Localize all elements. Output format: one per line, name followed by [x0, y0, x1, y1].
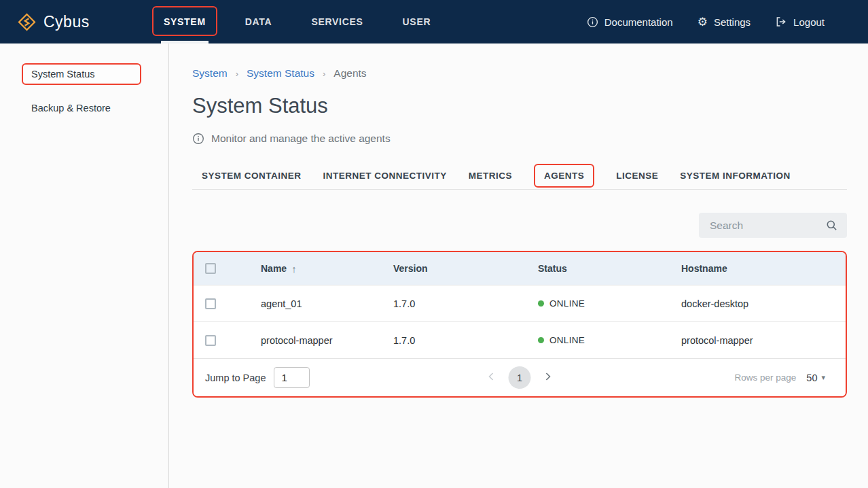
nav-item-system-label: SYSTEM [164, 16, 206, 27]
row-checkbox[interactable] [205, 335, 216, 346]
tab-agents[interactable]: AGENTS [534, 164, 594, 188]
breadcrumb-system[interactable]: System [192, 67, 228, 80]
jump-to-page-label: Jump to Page [205, 372, 266, 383]
rows-per-page-select[interactable]: Rows per page 50 ▾ [735, 372, 825, 383]
table-header-row: Name ↑ Version Status Hostname [194, 252, 846, 285]
brand[interactable]: Cybus [0, 13, 152, 31]
table-toolbar [192, 213, 847, 238]
column-header-hostname[interactable]: Hostname [681, 263, 846, 274]
nav-item-system[interactable]: SYSTEM [152, 0, 217, 43]
chevron-right-icon [541, 370, 555, 385]
previous-page-button[interactable] [485, 370, 499, 385]
info-icon [587, 16, 598, 28]
row-checkbox[interactable] [205, 298, 216, 309]
tab-license[interactable]: LICENSE [616, 164, 658, 188]
search-icon[interactable] [825, 219, 838, 232]
main-nav: SYSTEM DATA SERVICES USER [152, 0, 458, 43]
tab-internet-connectivity[interactable]: INTERNET CONNECTIVITY [323, 164, 447, 188]
cell-name: protocol-mapper [261, 335, 393, 346]
status-label: ONLINE [549, 335, 585, 345]
caret-down-icon: ▾ [821, 373, 825, 382]
breadcrumb-separator-icon: › [323, 69, 325, 79]
row-checkbox-cell [194, 298, 261, 309]
sort-asc-arrow-icon: ↑ [291, 263, 297, 275]
main-content: System › System Status › Agents System S… [169, 43, 868, 488]
cybus-logo-icon [18, 13, 36, 31]
table-footer: Jump to Page 1 [194, 358, 846, 396]
online-status-dot-icon [538, 300, 544, 307]
nav-item-data-label: DATA [245, 16, 272, 27]
tab-metrics[interactable]: METRICS [469, 164, 512, 188]
breadcrumb: System › System Status › Agents [192, 67, 847, 80]
info-icon [192, 133, 204, 145]
cell-name: agent_01 [261, 298, 393, 309]
row-checkbox-cell [194, 335, 261, 346]
sidebar-item-backup-restore[interactable]: Backup & Restore [22, 97, 141, 119]
nav-item-services-label: SERVICES [311, 16, 363, 27]
table-row[interactable]: agent_01 1.7.0 ONLINE docker-desktop [194, 285, 846, 321]
page-subtitle-text: Monitor and manage the active agents [211, 133, 391, 145]
tab-system-information[interactable]: SYSTEM INFORMATION [680, 164, 791, 188]
logout-icon [775, 16, 787, 28]
top-navbar: Cybus SYSTEM DATA SERVICES USER Document… [0, 0, 868, 43]
rows-per-page-label: Rows per page [735, 372, 797, 383]
pager: 1 [485, 366, 555, 389]
table-row[interactable]: protocol-mapper 1.7.0 ONLINE protocol-ma… [194, 321, 846, 358]
column-header-name-label: Name [261, 263, 287, 274]
nav-item-user-label: USER [403, 16, 431, 27]
breadcrumb-separator-icon: › [236, 69, 238, 79]
column-header-version[interactable]: Version [393, 263, 538, 274]
cell-hostname: protocol-mapper [681, 335, 846, 346]
rows-per-page-value: 50 [806, 372, 817, 383]
agents-table: Name ↑ Version Status Hostname agent_01 … [192, 251, 847, 398]
settings-button[interactable]: ⚙ Settings [698, 16, 751, 28]
navbar-actions: Documentation ⚙ Settings Logout [587, 16, 868, 28]
logout-button[interactable]: Logout [775, 16, 825, 28]
page-subtitle: Monitor and manage the active agents [192, 133, 847, 145]
cell-version: 1.7.0 [393, 298, 538, 309]
tab-bar: SYSTEM CONTAINER INTERNET CONNECTIVITY M… [192, 162, 847, 190]
status-label: ONLINE [549, 298, 585, 309]
online-status-dot-icon [538, 337, 544, 343]
select-all-checkbox[interactable] [205, 263, 216, 274]
column-header-name[interactable]: Name ↑ [261, 263, 393, 275]
nav-item-data[interactable]: DATA [234, 0, 284, 43]
sidebar-item-system-status-label: System Status [31, 69, 94, 80]
logout-label: Logout [793, 16, 825, 28]
chevron-left-icon [485, 370, 499, 385]
sidebar: System Status Backup & Restore [0, 43, 169, 488]
sidebar-item-backup-restore-label: Backup & Restore [31, 103, 111, 114]
nav-item-user[interactable]: USER [391, 0, 443, 43]
search-box [699, 213, 847, 238]
cell-version: 1.7.0 [393, 335, 538, 346]
sidebar-item-system-status[interactable]: System Status [22, 63, 141, 85]
breadcrumb-agents: Agents [333, 67, 366, 80]
page-title: System Status [192, 94, 847, 118]
nav-item-services[interactable]: SERVICES [300, 0, 374, 43]
documentation-button[interactable]: Documentation [587, 16, 673, 28]
cell-status: ONLINE [538, 335, 681, 345]
search-input[interactable] [710, 220, 825, 232]
jump-to-page-input[interactable] [274, 367, 310, 388]
documentation-label: Documentation [604, 16, 673, 28]
next-page-button[interactable] [541, 370, 555, 385]
table-header-checkbox-cell [194, 263, 261, 274]
gear-icon: ⚙ [698, 16, 708, 28]
jump-to-page: Jump to Page [205, 367, 310, 388]
cell-hostname: docker-desktop [681, 298, 846, 309]
current-page-indicator[interactable]: 1 [509, 366, 531, 389]
breadcrumb-system-status[interactable]: System Status [247, 67, 314, 80]
brand-name: Cybus [43, 13, 90, 31]
tab-system-container[interactable]: SYSTEM CONTAINER [202, 164, 302, 188]
cell-status: ONLINE [538, 298, 681, 309]
column-header-status[interactable]: Status [538, 263, 681, 274]
settings-label: Settings [714, 16, 751, 28]
